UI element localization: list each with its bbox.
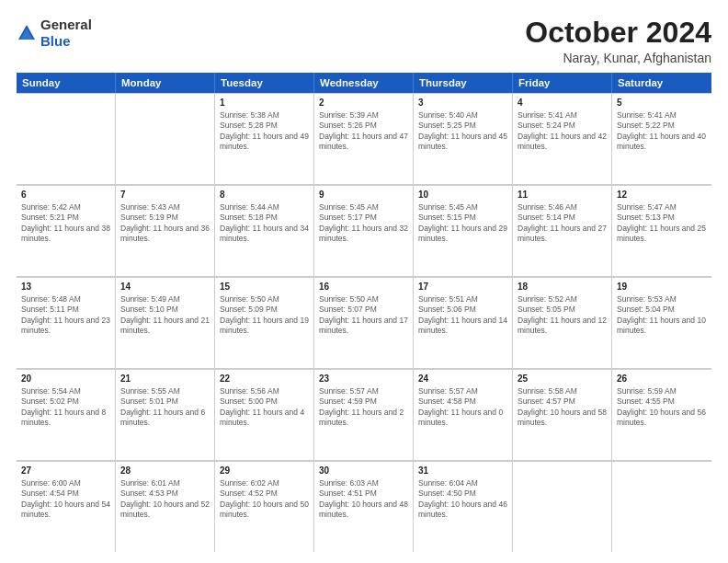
header-cell-thursday: Thursday xyxy=(414,73,513,93)
calendar-cell xyxy=(116,93,215,184)
day-number: 18 xyxy=(518,281,607,293)
sun-info: Sunrise: 5:53 AMSunset: 5:04 PMDaylight:… xyxy=(617,294,707,337)
calendar-cell: 23Sunrise: 5:57 AMSunset: 4:59 PMDayligh… xyxy=(314,369,414,460)
day-number: 31 xyxy=(418,465,507,477)
sunset-text: Sunset: 4:55 PM xyxy=(617,396,707,407)
day-number: 21 xyxy=(120,373,210,385)
sun-info: Sunrise: 5:39 AMSunset: 5:26 PMDaylight:… xyxy=(319,110,408,153)
daylight-text: Daylight: 11 hours and 2 minutes. xyxy=(319,408,408,429)
sunrise-text: Sunrise: 6:04 AM xyxy=(418,478,507,488)
day-number: 14 xyxy=(120,281,210,293)
calendar-cell: 22Sunrise: 5:56 AMSunset: 5:00 PMDayligh… xyxy=(215,369,314,460)
logo: General Blue xyxy=(17,17,92,50)
sunset-text: Sunset: 5:15 PM xyxy=(418,213,507,223)
calendar-cell: 7Sunrise: 5:43 AMSunset: 5:19 PMDaylight… xyxy=(116,185,215,276)
daylight-text: Daylight: 10 hours and 50 minutes. xyxy=(220,500,309,521)
sunset-text: Sunset: 5:13 PM xyxy=(617,213,707,223)
day-number: 15 xyxy=(220,281,309,293)
calendar-cell: 1Sunrise: 5:38 AMSunset: 5:28 PMDaylight… xyxy=(215,93,314,184)
day-number: 11 xyxy=(518,189,607,201)
page: General Blue October 2024 Naray, Kunar, … xyxy=(0,0,728,563)
sunrise-text: Sunrise: 5:55 AM xyxy=(120,386,210,396)
daylight-text: Daylight: 11 hours and 17 minutes. xyxy=(319,316,408,337)
header: General Blue October 2024 Naray, Kunar, … xyxy=(17,17,711,65)
sun-info: Sunrise: 5:51 AMSunset: 5:06 PMDaylight:… xyxy=(418,294,507,337)
sun-info: Sunrise: 6:02 AMSunset: 4:52 PMDaylight:… xyxy=(220,478,309,521)
sunrise-text: Sunrise: 5:42 AM xyxy=(21,202,110,213)
sun-info: Sunrise: 5:55 AMSunset: 5:01 PMDaylight:… xyxy=(120,386,210,429)
sunrise-text: Sunrise: 5:39 AM xyxy=(319,110,408,121)
day-number: 22 xyxy=(220,373,309,385)
sun-info: Sunrise: 6:00 AMSunset: 4:54 PMDaylight:… xyxy=(21,478,110,521)
calendar-row-4: 27Sunrise: 6:00 AMSunset: 4:54 PMDayligh… xyxy=(17,461,711,552)
header-cell-friday: Friday xyxy=(513,73,612,93)
sunrise-text: Sunrise: 5:38 AM xyxy=(220,110,309,121)
day-number: 23 xyxy=(319,373,408,385)
day-number: 7 xyxy=(120,189,210,201)
calendar-cell: 8Sunrise: 5:44 AMSunset: 5:18 PMDaylight… xyxy=(215,185,314,276)
sunset-text: Sunset: 5:10 PM xyxy=(120,304,210,315)
sun-info: Sunrise: 5:45 AMSunset: 5:17 PMDaylight:… xyxy=(319,202,408,245)
daylight-text: Daylight: 11 hours and 40 minutes. xyxy=(617,132,707,153)
day-number: 13 xyxy=(21,281,110,293)
day-number: 1 xyxy=(220,97,309,109)
sun-info: Sunrise: 5:54 AMSunset: 5:02 PMDaylight:… xyxy=(21,386,110,429)
daylight-text: Daylight: 10 hours and 58 minutes. xyxy=(518,408,607,429)
calendar-cell: 17Sunrise: 5:51 AMSunset: 5:06 PMDayligh… xyxy=(414,277,513,368)
sun-info: Sunrise: 5:56 AMSunset: 5:00 PMDaylight:… xyxy=(220,386,309,429)
sunrise-text: Sunrise: 5:59 AM xyxy=(617,386,707,396)
daylight-text: Daylight: 11 hours and 25 minutes. xyxy=(617,224,707,245)
calendar-cell: 24Sunrise: 5:57 AMSunset: 4:58 PMDayligh… xyxy=(414,369,513,460)
daylight-text: Daylight: 11 hours and 47 minutes. xyxy=(319,132,408,153)
calendar-row-0: 1Sunrise: 5:38 AMSunset: 5:28 PMDaylight… xyxy=(17,93,711,185)
month-title: October 2024 xyxy=(525,17,711,49)
day-number: 20 xyxy=(21,373,110,385)
sunset-text: Sunset: 4:59 PM xyxy=(319,396,408,407)
daylight-text: Daylight: 11 hours and 0 minutes. xyxy=(418,408,507,429)
sunset-text: Sunset: 4:52 PM xyxy=(220,488,309,499)
sun-info: Sunrise: 5:59 AMSunset: 4:55 PMDaylight:… xyxy=(617,386,707,429)
day-number: 30 xyxy=(319,465,408,477)
calendar-row-3: 20Sunrise: 5:54 AMSunset: 5:02 PMDayligh… xyxy=(17,369,711,461)
sunset-text: Sunset: 4:58 PM xyxy=(418,396,507,407)
sunset-text: Sunset: 4:51 PM xyxy=(319,488,408,499)
daylight-text: Daylight: 11 hours and 32 minutes. xyxy=(319,224,408,245)
sunrise-text: Sunrise: 5:43 AM xyxy=(120,202,210,213)
sun-info: Sunrise: 5:42 AMSunset: 5:21 PMDaylight:… xyxy=(21,202,110,245)
sun-info: Sunrise: 5:46 AMSunset: 5:14 PMDaylight:… xyxy=(518,202,607,245)
sun-info: Sunrise: 6:01 AMSunset: 4:53 PMDaylight:… xyxy=(120,478,210,521)
daylight-text: Daylight: 11 hours and 4 minutes. xyxy=(220,408,309,429)
daylight-text: Daylight: 11 hours and 23 minutes. xyxy=(21,316,110,337)
sunrise-text: Sunrise: 5:47 AM xyxy=(617,202,707,213)
daylight-text: Daylight: 11 hours and 14 minutes. xyxy=(418,316,507,337)
header-cell-monday: Monday xyxy=(116,73,215,93)
daylight-text: Daylight: 11 hours and 6 minutes. xyxy=(120,408,210,429)
sunrise-text: Sunrise: 5:41 AM xyxy=(617,110,707,121)
sunset-text: Sunset: 5:01 PM xyxy=(120,396,210,407)
sunset-text: Sunset: 4:54 PM xyxy=(21,488,110,499)
sunrise-text: Sunrise: 5:45 AM xyxy=(319,202,408,213)
sunset-text: Sunset: 4:53 PM xyxy=(120,488,210,499)
calendar-cell: 25Sunrise: 5:58 AMSunset: 4:57 PMDayligh… xyxy=(513,369,612,460)
calendar: SundayMondayTuesdayWednesdayThursdayFrid… xyxy=(17,73,711,552)
calendar-cell xyxy=(612,461,711,552)
day-number: 10 xyxy=(418,189,507,201)
day-number: 27 xyxy=(21,465,110,477)
sunset-text: Sunset: 5:17 PM xyxy=(319,213,408,223)
day-number: 19 xyxy=(617,281,707,293)
calendar-cell: 4Sunrise: 5:41 AMSunset: 5:24 PMDaylight… xyxy=(513,93,612,184)
header-cell-sunday: Sunday xyxy=(17,73,116,93)
sunset-text: Sunset: 5:02 PM xyxy=(21,396,110,407)
sun-info: Sunrise: 5:43 AMSunset: 5:19 PMDaylight:… xyxy=(120,202,210,245)
daylight-text: Daylight: 11 hours and 36 minutes. xyxy=(120,224,210,245)
calendar-cell: 12Sunrise: 5:47 AMSunset: 5:13 PMDayligh… xyxy=(612,185,711,276)
calendar-row-1: 6Sunrise: 5:42 AMSunset: 5:21 PMDaylight… xyxy=(17,185,711,277)
day-number: 24 xyxy=(418,373,507,385)
daylight-text: Daylight: 11 hours and 49 minutes. xyxy=(220,132,309,153)
daylight-text: Daylight: 10 hours and 54 minutes. xyxy=(21,500,110,521)
sun-info: Sunrise: 5:41 AMSunset: 5:22 PMDaylight:… xyxy=(617,110,707,153)
day-number: 29 xyxy=(220,465,309,477)
sunrise-text: Sunrise: 5:53 AM xyxy=(617,294,707,304)
calendar-cell: 27Sunrise: 6:00 AMSunset: 4:54 PMDayligh… xyxy=(17,461,116,552)
header-cell-tuesday: Tuesday xyxy=(215,73,314,93)
